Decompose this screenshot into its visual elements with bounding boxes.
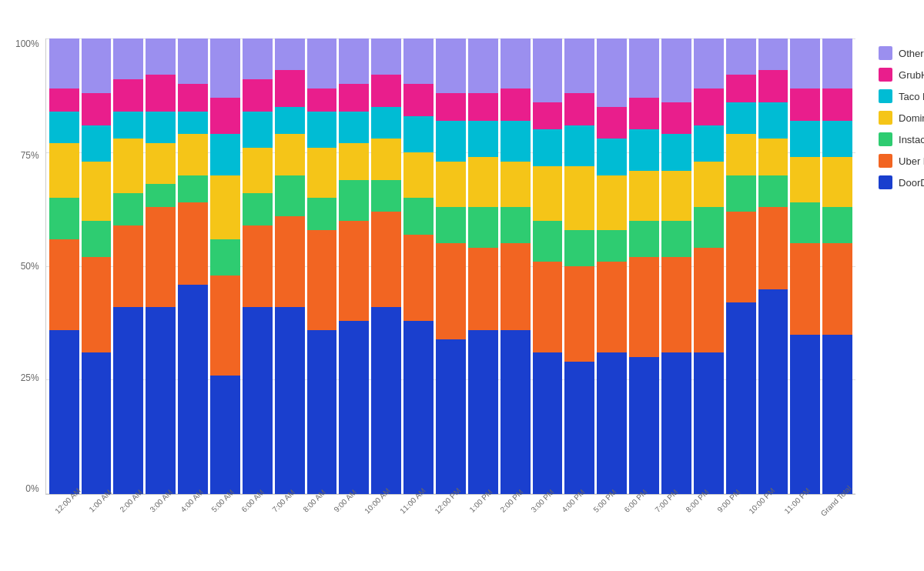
bar-segment-doordash [275, 307, 305, 494]
bar-segment-instacart [533, 221, 563, 262]
bar-group [113, 38, 143, 494]
bar-group [468, 38, 498, 494]
bar-segment-doordash [468, 330, 498, 494]
bar-segment-doordash [403, 321, 434, 494]
bar-segment-instacart [146, 184, 176, 207]
legend-label: Instacart [899, 134, 924, 145]
bar-segment-dominos [210, 175, 240, 239]
bar-segment-ubereats [275, 216, 305, 307]
bar-segment-grubhub [113, 79, 143, 111]
bar-stack [210, 38, 240, 494]
legend-label: GrubHub [899, 69, 924, 81]
bar-stack [146, 38, 176, 494]
bar-group [694, 38, 724, 494]
bar-segment-others [82, 38, 112, 93]
bar-stack [49, 38, 79, 494]
bar-segment-tacobell [758, 102, 788, 139]
bar-segment-dominos [113, 139, 143, 193]
bar-group [146, 38, 176, 494]
bar-segment-others [564, 38, 594, 93]
legend-swatch [879, 89, 892, 103]
bar-segment-doordash [694, 352, 724, 494]
bar-segment-grubhub [436, 93, 466, 121]
bar-segment-grubhub [339, 84, 369, 112]
bar-segment-doordash [822, 335, 852, 494]
bar-segment-instacart [694, 207, 724, 248]
bar-segment-dominos [500, 162, 531, 207]
bar-segment-ubereats [468, 248, 498, 330]
bar-segment-instacart [726, 175, 756, 212]
bar-segment-dominos [243, 148, 273, 193]
bar-group [564, 38, 594, 494]
bar-segment-doordash [597, 352, 627, 494]
legend-swatch [879, 175, 892, 189]
bar-segment-dominos [275, 134, 305, 175]
bar-segment-ubereats [339, 221, 369, 321]
bar-group [371, 38, 401, 494]
bar-group [533, 38, 563, 494]
bar-segment-dominos [403, 152, 434, 198]
bar-stack [436, 38, 466, 494]
bar-segment-grubhub [629, 98, 659, 129]
bar-segment-others [533, 38, 563, 102]
bar-stack [275, 38, 305, 494]
bar-segment-others [146, 38, 176, 75]
bar-segment-ubereats [597, 262, 627, 352]
bar-stack [758, 38, 788, 494]
bar-segment-tacobell [113, 112, 143, 139]
bar-stack [243, 38, 273, 494]
bar-segment-ubereats [243, 225, 273, 308]
bar-segment-doordash [146, 307, 176, 494]
bar-segment-doordash [500, 330, 531, 494]
bar-segment-tacobell [146, 112, 176, 143]
bar-segment-tacobell [564, 125, 594, 166]
bar-segment-tacobell [275, 107, 305, 135]
bar-segment-ubereats [113, 225, 143, 308]
bar-stack [694, 38, 724, 494]
legend-swatch [879, 132, 892, 146]
y-axis-label: 25% [21, 372, 39, 383]
bar-segment-grubhub [533, 102, 563, 130]
legend-item-tacobell: Taco Bell [879, 89, 924, 103]
bar-stack [371, 38, 401, 494]
bar-segment-dominos [339, 143, 369, 179]
bar-segment-others [178, 38, 208, 84]
bar-segment-others [403, 38, 434, 84]
bar-segment-tacobell [307, 112, 337, 148]
legend-item-ubereats: Uber Eats [879, 154, 924, 168]
bar-segment-instacart [82, 221, 112, 257]
bar-segment-instacart [113, 193, 143, 225]
legend-swatch [879, 68, 892, 82]
bar-segment-dominos [468, 157, 498, 207]
bar-segment-ubereats [307, 230, 337, 330]
bar-segment-others [726, 38, 756, 75]
bar-segment-grubhub [307, 88, 337, 112]
bar-segment-others [629, 38, 659, 98]
bar-segment-instacart [210, 239, 240, 275]
bar-group [275, 38, 305, 494]
bar-segment-ubereats [726, 212, 756, 302]
bar-group [758, 38, 788, 494]
bar-segment-grubhub [403, 84, 434, 115]
bar-group [790, 38, 820, 494]
bar-segment-doordash [178, 285, 208, 494]
bar-segment-grubhub [790, 88, 820, 120]
bar-segment-doordash [726, 302, 756, 494]
bar-stack [500, 38, 531, 494]
bar-stack [564, 38, 594, 494]
bar-segment-doordash [49, 330, 79, 494]
legend-label: DoorDash [899, 177, 924, 189]
bar-segment-dominos [790, 157, 820, 202]
y-axis-label: 0% [25, 483, 38, 494]
bar-segment-dominos [564, 166, 594, 230]
bar-group [436, 38, 466, 494]
bar-segment-dominos [307, 148, 337, 198]
bar-segment-others [210, 38, 240, 98]
bar-segment-instacart [436, 207, 466, 243]
bar-group [243, 38, 273, 494]
bar-segment-ubereats [178, 202, 208, 285]
bar-segment-grubhub [82, 93, 112, 125]
bar-segment-ubereats [629, 257, 659, 357]
bar-segment-others [49, 38, 79, 88]
legend-swatch [879, 46, 892, 60]
